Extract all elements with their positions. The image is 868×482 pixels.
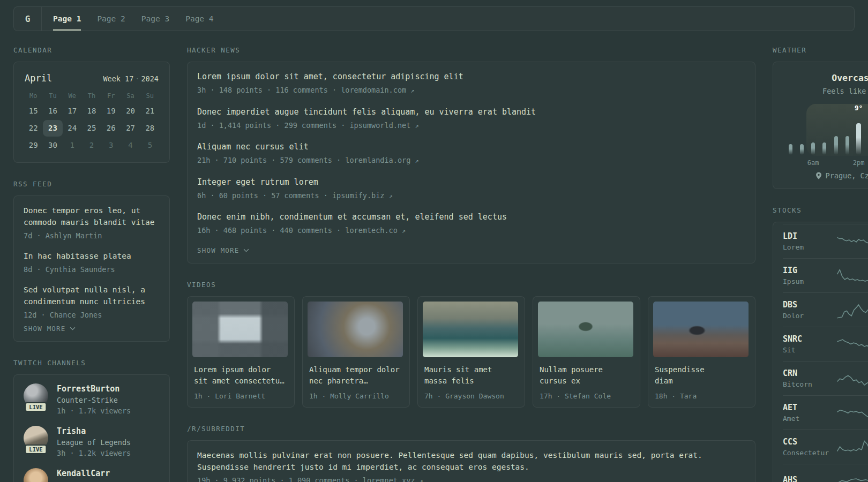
section-title-rss: RSS FEED bbox=[13, 180, 170, 188]
twitch-channel-row[interactable]: LIVE KendallCarr bbox=[24, 468, 160, 482]
hackernews-item-title[interactable]: Donec imperdiet augue tincidunt felis al… bbox=[197, 106, 745, 118]
hackernews-item-meta: 21h · 710 points · 579 comments · loreml… bbox=[197, 155, 745, 165]
calendar-day: 15 bbox=[24, 103, 43, 119]
dashboard-page: G Page 1 Page 2 Page 3 Page 4 CALENDAR A… bbox=[0, 0, 868, 482]
rss-show-more-button[interactable]: SHOW MORE bbox=[24, 325, 76, 333]
calendar-month: April bbox=[25, 73, 52, 84]
stock-identity: IIG Ipsum bbox=[783, 266, 836, 285]
calendar-day: 2 bbox=[82, 137, 101, 154]
weather-feels-like: Feels like 5°C bbox=[783, 87, 868, 95]
hackernews-item-domain[interactable]: loremlandia.org bbox=[345, 156, 410, 164]
stock-ticker: DBS bbox=[783, 300, 836, 310]
live-badge: LIVE bbox=[25, 445, 47, 454]
hackernews-item-title[interactable]: Aliquam nec cursus elit bbox=[197, 141, 745, 153]
page-tab[interactable]: Page 4 bbox=[177, 7, 221, 31]
video-title[interactable]: Lorem ipsum dolor sit amet consectetu… bbox=[194, 364, 288, 387]
chevron-down-icon bbox=[243, 248, 249, 252]
hackernews-item: Aliquam nec cursus elit 21h · 710 points… bbox=[197, 141, 745, 166]
stock-ticker: CCS bbox=[783, 437, 836, 447]
calendar-day: 25 bbox=[82, 120, 101, 137]
weather-bar-area bbox=[845, 114, 849, 155]
twitch-channel-name[interactable]: ForrestBurton bbox=[57, 384, 131, 394]
hackernews-item-stats: 16h · 468 points · 440 comments · bbox=[197, 226, 345, 235]
hackernews-show-more-button[interactable]: SHOW MORE bbox=[197, 246, 249, 254]
hackernews-item-title[interactable]: Donec enim nibh, condimentum et accumsan… bbox=[197, 211, 745, 223]
stock-ticker: IIG bbox=[783, 266, 836, 275]
rss-item: Donec tempor eros leo, ut commodo mauris… bbox=[24, 205, 160, 241]
page-tab[interactable]: Page 2 bbox=[89, 7, 133, 31]
weather-bar-area bbox=[789, 114, 792, 155]
hackernews-item-meta: 1d · 1,414 points · 299 comments · ipsum… bbox=[197, 120, 745, 131]
weekday-label: Mo bbox=[24, 92, 43, 100]
video-thumbnail[interactable] bbox=[538, 302, 633, 357]
video-thumbnail[interactable] bbox=[423, 302, 518, 357]
rss-item-title[interactable]: Donec tempor eros leo, ut commodo mauris… bbox=[24, 205, 160, 229]
stock-sparkline bbox=[836, 266, 868, 285]
hackernews-item-title[interactable]: Integer eget rutrum lorem bbox=[197, 176, 745, 189]
page-tab[interactable]: Page 3 bbox=[133, 7, 177, 31]
hackernews-item: Lorem ipsum dolor sit amet, consectetur … bbox=[197, 71, 745, 96]
video-card: Aliquam tempor dolor nec pharetra… 1h · … bbox=[302, 296, 410, 408]
video-title[interactable]: Mauris sit amet massa felis bbox=[424, 364, 518, 387]
rss-item-title[interactable]: In hac habitasse platea bbox=[24, 250, 160, 262]
hackernews-list: Lorem ipsum dolor sit amet, consectetur … bbox=[197, 71, 745, 236]
section-title-calendar: CALENDAR bbox=[13, 46, 170, 54]
stock-name: Dolor bbox=[783, 312, 836, 320]
section-title-weather: WEATHER bbox=[773, 46, 868, 54]
video-title[interactable]: Nullam posuere cursus ex bbox=[540, 364, 633, 387]
hackernews-item-domain[interactable]: ipsumworld.net bbox=[349, 121, 410, 130]
hackernews-section: HACKER NEWS Lorem ipsum dolor sit amet, … bbox=[187, 46, 755, 263]
section-title-videos: VIDEOS bbox=[187, 281, 755, 289]
hackernews-item-domain[interactable]: ipsumify.biz bbox=[332, 191, 385, 200]
rss-item-meta: 7d · Ashlyn Martin bbox=[24, 230, 160, 241]
twitch-game: League of Legends bbox=[57, 438, 131, 447]
stock-ticker: LDI bbox=[783, 231, 836, 241]
weather-bar-area bbox=[834, 114, 838, 155]
page-tab[interactable]: Page 1 bbox=[45, 7, 89, 31]
calendar-day: 30 bbox=[43, 137, 62, 154]
right-column: WEATHER Overcast Feels like 5°C bbox=[773, 46, 868, 482]
video-thumbnail[interactable] bbox=[653, 302, 749, 357]
hackernews-item-title[interactable]: Lorem ipsum dolor sit amet, consectetur … bbox=[197, 71, 745, 83]
calendar-day: 19 bbox=[101, 103, 121, 119]
section-title-subreddit: /R/SUBREDDIT bbox=[187, 425, 755, 433]
subreddit-post-title[interactable]: Maecenas mollis pulvinar erat non posuer… bbox=[197, 449, 745, 473]
hackernews-item-domain[interactable]: loremtech.co bbox=[345, 226, 398, 235]
twitch-channel-name[interactable]: KendallCarr bbox=[57, 469, 110, 478]
subreddit-post-domain[interactable]: loremnet.xyz bbox=[363, 476, 415, 482]
external-link-icon: ↗ bbox=[420, 477, 423, 482]
stock-name: Lorem bbox=[783, 243, 836, 251]
twitch-channel-name[interactable]: Trisha bbox=[57, 426, 131, 436]
rss-item-title[interactable]: Sed volutpat nulla nisl, a condimentum n… bbox=[24, 284, 160, 308]
weather-hour-column bbox=[820, 104, 829, 167]
video-thumbnail[interactable] bbox=[192, 302, 288, 357]
live-badge: LIVE bbox=[25, 402, 47, 412]
calendar-day: 23 bbox=[43, 120, 62, 137]
avatar: LIVE bbox=[24, 468, 48, 482]
stock-sparkline bbox=[836, 471, 868, 482]
calendar-week-year: Week 17·2024 bbox=[103, 74, 159, 83]
stock-identity: SNRC Sit bbox=[783, 334, 836, 354]
avatar: LIVE bbox=[24, 426, 48, 450]
twitch-channel-row[interactable]: LIVE ForrestBurton Counter-Strike 1h · 1… bbox=[24, 383, 160, 415]
stock-identity: AET Amet bbox=[783, 403, 836, 423]
video-title[interactable]: Aliquam tempor dolor nec pharetra… bbox=[309, 364, 403, 387]
subreddit-card: Maecenas mollis pulvinar erat non posuer… bbox=[187, 440, 755, 482]
stock-ticker: AET bbox=[783, 403, 836, 412]
videos-carousel[interactable]: Lorem ipsum dolor sit amet consectetu… 1… bbox=[187, 296, 755, 408]
calendar-card: April Week 17·2024 MoTuWeThFrSaSu 151617… bbox=[13, 62, 170, 163]
external-link-icon: ↗ bbox=[402, 227, 406, 235]
rss-item: Sed volutpat nulla nisl, a condimentum n… bbox=[24, 284, 160, 320]
video-title[interactable]: Suspendisse diam bbox=[655, 364, 749, 387]
video-thumbnail[interactable] bbox=[308, 302, 403, 357]
calendar-day: 18 bbox=[82, 103, 101, 119]
weather-hour-label: 6am bbox=[807, 155, 819, 167]
show-more-label: SHOW MORE bbox=[197, 246, 240, 254]
logo[interactable]: G bbox=[14, 7, 42, 31]
twitch-channel-row[interactable]: LIVE Trisha League of Legends 3h · 1.2k … bbox=[24, 426, 160, 457]
calendar-day: 3 bbox=[101, 137, 121, 154]
hackernews-item-domain[interactable]: loremdomain.com bbox=[341, 86, 406, 94]
stock-sparkline bbox=[836, 369, 868, 388]
calendar-day: 22 bbox=[24, 120, 43, 137]
stock-row: CRN Bitcorn -1.00% $66,171.48 bbox=[783, 361, 868, 395]
